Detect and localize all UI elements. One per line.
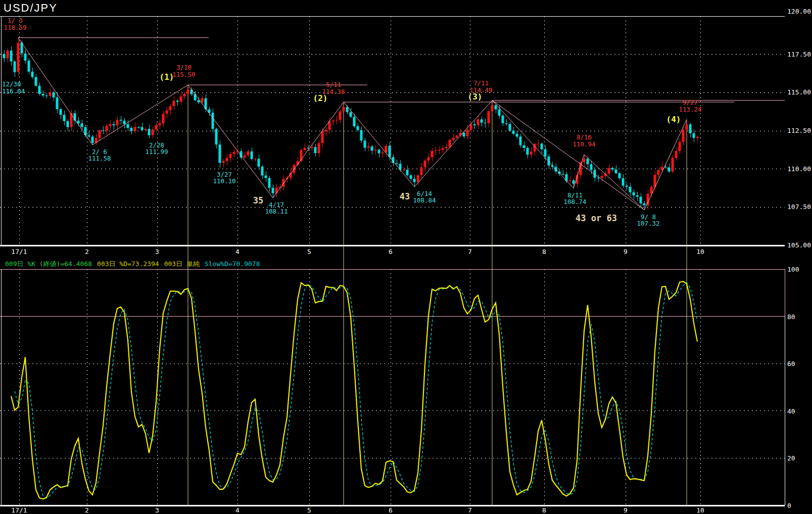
candle-body — [169, 106, 172, 110]
candle-body — [445, 147, 448, 148]
bar-count-label: 43 or 63 — [576, 213, 617, 223]
candle-body — [127, 124, 129, 128]
candle-body — [88, 135, 90, 136]
chart-text: 60 — [787, 360, 795, 368]
candle-body — [456, 135, 458, 137]
candle-body — [548, 157, 550, 166]
candle-body — [657, 170, 660, 175]
candle-body — [371, 146, 373, 150]
candle-body — [615, 170, 617, 173]
candles — [3, 38, 699, 210]
chart-text: 8 — [542, 248, 546, 255]
candle-body — [647, 194, 649, 205]
candle-body — [339, 112, 342, 120]
candle-body — [116, 120, 119, 125]
candle-body — [431, 151, 434, 158]
candle-body — [381, 152, 384, 153]
chart-text: 12/30 — [2, 80, 21, 88]
chart-text: 116.04 — [2, 87, 25, 95]
candle-body — [201, 98, 204, 102]
candle-body — [541, 143, 543, 149]
chart-text: 115.50 — [172, 71, 195, 78]
candle-body — [452, 138, 455, 140]
candle-body — [325, 130, 327, 131]
chart-text: 111.99 — [145, 148, 168, 156]
candle-body — [438, 150, 441, 150]
swing-annotation: 2/ 6111.58 — [88, 148, 111, 162]
chart-text: 9/27 — [683, 98, 698, 106]
candle-body — [463, 133, 465, 136]
stochastic-param-segment: Slow%D=70.9078 — [205, 260, 260, 268]
candle-body — [661, 167, 663, 170]
candle-body — [24, 54, 27, 61]
candle-body — [696, 137, 699, 138]
symbol-title: USD/JPY — [4, 2, 58, 15]
chart-text: 110.10 — [213, 177, 235, 185]
candle-body — [601, 176, 603, 178]
candle-body — [686, 124, 688, 130]
candle-body — [498, 110, 501, 116]
candle-body — [519, 137, 522, 145]
candle-body — [587, 159, 589, 164]
candle-body — [374, 149, 377, 150]
candle-body — [597, 178, 600, 178]
candle-body — [244, 156, 246, 158]
candle-body — [56, 97, 59, 109]
candle-body — [484, 123, 487, 123]
candle-body — [120, 120, 122, 121]
candle-body — [321, 131, 324, 143]
wave-count-label: (1) — [160, 72, 174, 82]
candle-body — [488, 111, 490, 123]
wave-count-label: (4) — [666, 115, 681, 124]
candle-body — [304, 148, 306, 150]
candle-body — [123, 121, 126, 124]
candle-body — [7, 50, 9, 58]
chart-text: 7/11 — [473, 79, 489, 87]
candle-body — [106, 126, 108, 131]
candle-body — [254, 159, 257, 160]
candle-body — [608, 168, 610, 174]
stochastic-param-segment: 003日 単純 — [164, 260, 200, 268]
chart-text: 9 — [624, 248, 628, 255]
candle-body — [505, 123, 508, 124]
candle-body — [60, 109, 62, 115]
swing-annotation: 12/30116.04 — [2, 80, 25, 95]
candle-body — [134, 127, 136, 131]
candle-body — [682, 130, 685, 142]
candle-body — [35, 77, 37, 86]
candle-body — [629, 187, 632, 192]
chart-text: 9 — [624, 506, 628, 514]
candle-body — [229, 154, 232, 158]
candle-body — [166, 110, 168, 114]
candle-body — [481, 119, 483, 123]
swing-annotation: 9/ 8107.32 — [637, 213, 659, 227]
candle-body — [523, 145, 526, 148]
candle-body — [636, 195, 639, 197]
candle-body — [512, 131, 515, 134]
candle-body — [389, 146, 391, 157]
candle-body — [442, 148, 444, 150]
candle-body — [272, 188, 274, 193]
candle-body — [180, 96, 182, 102]
candle-body — [565, 174, 568, 181]
candle-body — [219, 144, 221, 163]
chart-text: 108.84 — [413, 196, 436, 204]
candle-body — [689, 124, 692, 133]
chart-canvas[interactable]: 17/117/122334455667788991010120.00117.50… — [0, 0, 812, 514]
candle-body — [495, 105, 497, 109]
candle-body — [385, 146, 388, 152]
candle-body — [527, 148, 529, 155]
chart-text: 105.00 — [787, 241, 811, 249]
candle-body — [130, 128, 133, 131]
candle-body — [544, 149, 547, 157]
candle-body — [162, 114, 165, 123]
chart-text: 20 — [787, 454, 795, 462]
candle-body — [145, 129, 147, 130]
candle-body — [626, 186, 628, 187]
candle-body — [378, 149, 380, 153]
candle-body — [364, 140, 366, 147]
candle-body — [42, 94, 44, 95]
candle-body — [516, 134, 518, 137]
chart-text: 4 — [235, 506, 240, 514]
chart-text: 7 — [468, 248, 472, 255]
